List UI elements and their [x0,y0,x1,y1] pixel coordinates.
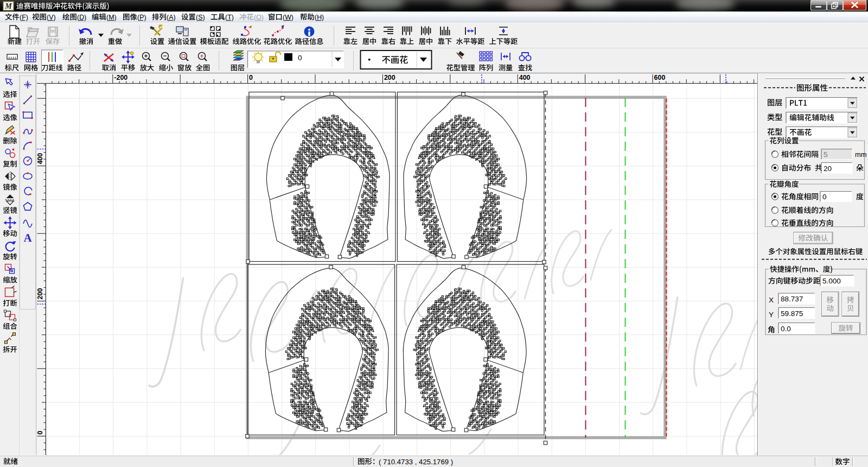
svg-text:(F): (F) [20,14,28,21]
svg-text:0: 0 [36,431,44,434]
svg-text:20: 20 [824,165,832,173]
svg-text:600: 600 [654,74,666,81]
svg-text:(M): (M) [106,14,117,21]
svg-text:mm: mm [855,150,867,159]
svg-text:(A): (A) [167,14,176,21]
svg-text:88.737: 88.737 [781,295,803,303]
svg-text:A: A [23,231,32,244]
svg-text:Y: Y [769,311,774,319]
svg-text:(T): (T) [225,14,234,21]
svg-text:-200: -200 [114,74,127,81]
svg-text:5: 5 [824,150,828,159]
svg-text:200: 200 [384,74,395,81]
svg-text:59.875: 59.875 [781,310,803,318]
svg-text:0: 0 [298,54,302,62]
svg-text:( 710.4733 , 425.1769 ): ( 710.4733 , 425.1769 ) [379,458,453,466]
svg-text:(P): (P) [137,14,146,21]
svg-text:M: M [4,2,12,10]
svg-text:(O): (O) [254,14,264,21]
svg-text:X: X [769,296,774,304]
svg-text:(S): (S) [196,14,205,21]
svg-text:400: 400 [519,74,531,81]
svg-text:(W): (W) [283,14,293,21]
svg-text:0: 0 [822,193,827,201]
svg-text:(H): (H) [315,14,324,21]
svg-text:400: 400 [36,153,44,165]
svg-text:0: 0 [249,74,253,81]
svg-text:(D): (D) [77,14,86,21]
svg-text:0.0: 0.0 [781,325,791,333]
svg-text:(V): (V) [47,14,56,21]
svg-text:5.000: 5.000 [822,277,841,285]
svg-text:200: 200 [36,288,44,299]
